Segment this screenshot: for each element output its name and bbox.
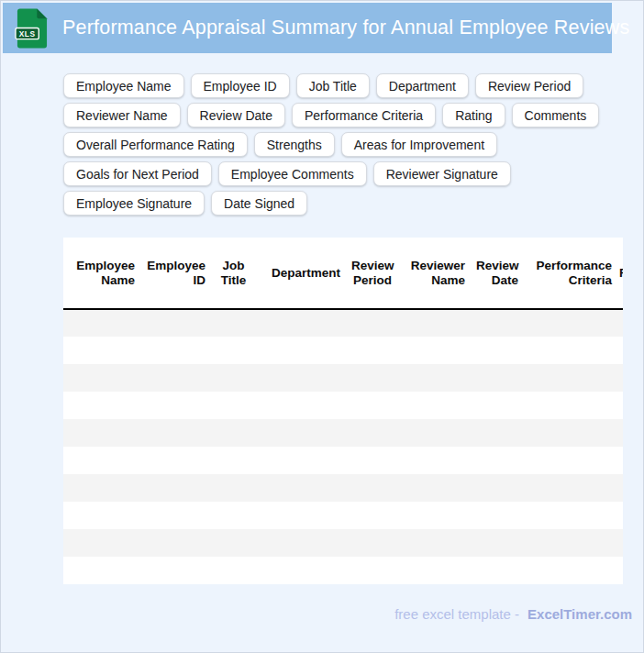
chip-row: Employee SignatureDate Signed	[63, 191, 643, 216]
spreadsheet-preview: Employee NameEmployee IDJob TitleDepartm…	[63, 238, 623, 584]
empty-row	[63, 474, 623, 502]
field-chip: Department	[376, 73, 469, 98]
column-header: Job Title	[211, 238, 256, 309]
field-chip: Employee ID	[191, 73, 290, 98]
empty-row	[63, 419, 623, 447]
empty-cell	[63, 529, 623, 557]
empty-row	[63, 557, 623, 584]
column-header: Review Period	[346, 238, 397, 309]
empty-cell	[63, 392, 623, 419]
field-chip: Employee Comments	[218, 161, 367, 186]
xls-file-icon: XLS	[15, 8, 49, 49]
field-chip: Comments	[512, 103, 600, 127]
empty-cell	[63, 447, 623, 474]
brand-link[interactable]: ExcelTimer.com	[527, 606, 632, 622]
empty-row	[63, 364, 623, 392]
screenshot-root: { "header": { "icon_label": "XLS", "titl…	[0, 0, 644, 653]
empty-row	[63, 447, 623, 474]
chip-row: Reviewer NameReview DatePerformance Crit…	[63, 103, 643, 127]
chip-row: Overall Performance RatingStrengthsAreas…	[63, 132, 643, 157]
field-chip: Review Date	[187, 103, 285, 127]
field-chip: Review Period	[475, 73, 583, 98]
empty-cell	[63, 364, 623, 392]
field-chip: Rating	[442, 103, 505, 127]
column-header: Department	[256, 238, 346, 309]
empty-cell	[63, 419, 623, 447]
empty-row	[63, 309, 623, 337]
preview-table: Employee NameEmployee IDJob TitleDepartm…	[63, 238, 623, 584]
file-fold-corner	[37, 8, 47, 18]
chip-row: Goals for Next PeriodEmployee CommentsRe…	[63, 161, 643, 186]
chip-row: Employee NameEmployee IDJob TitleDepartm…	[63, 73, 643, 98]
table-body	[63, 309, 623, 584]
empty-row	[63, 529, 623, 557]
footer: free excel template -ExcelTimer.com	[1, 606, 632, 622]
field-chip: Reviewer Name	[63, 103, 181, 127]
column-header: Rating	[617, 238, 623, 309]
field-chip: Areas for Improvement	[341, 132, 497, 157]
empty-cell	[63, 557, 623, 584]
empty-row	[63, 337, 623, 364]
page-title: Performance Appraisal Summary for Annual…	[62, 17, 629, 39]
column-header: Review Date	[471, 238, 524, 309]
field-chip: Employee Signature	[63, 191, 205, 216]
table-header-row: Employee NameEmployee IDJob TitleDepartm…	[63, 238, 623, 309]
column-header: Reviewer Name	[397, 238, 471, 309]
empty-cell	[63, 309, 623, 337]
xls-badge-label: XLS	[19, 29, 36, 38]
field-chip: Employee Name	[63, 73, 184, 98]
empty-cell	[63, 337, 623, 364]
field-chip: Strengths	[254, 132, 335, 157]
empty-row	[63, 392, 623, 419]
empty-cell	[63, 502, 623, 529]
field-chip: Job Title	[296, 73, 370, 98]
field-chip-list: Employee NameEmployee IDJob TitleDepartm…	[63, 73, 643, 216]
column-header: Employee Name	[63, 238, 140, 309]
column-header: Employee ID	[140, 238, 211, 309]
empty-cell	[63, 474, 623, 502]
field-chip: Reviewer Signature	[373, 161, 511, 186]
header-bar: XLS Performance Appraisal Summary for An…	[3, 3, 612, 53]
field-chip: Overall Performance Rating	[63, 132, 248, 157]
footer-caption: free excel template -	[394, 606, 519, 622]
field-chip: Goals for Next Period	[63, 161, 212, 186]
field-chip: Performance Criteria	[292, 103, 436, 127]
column-header: Performance Criteria	[524, 238, 617, 309]
empty-row	[63, 502, 623, 529]
field-chip: Date Signed	[211, 191, 307, 216]
